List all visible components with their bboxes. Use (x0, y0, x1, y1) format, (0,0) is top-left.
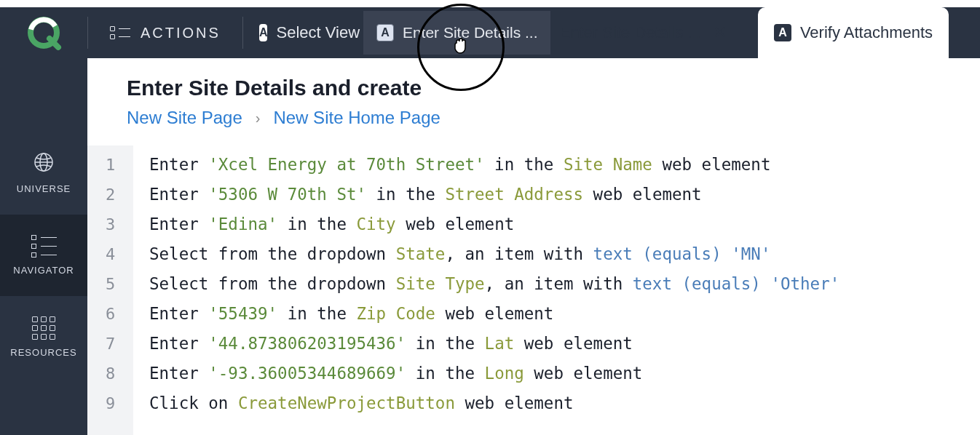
chevron-right-icon: › (256, 110, 261, 127)
breadcrumb-link[interactable]: New Site Page (127, 108, 242, 128)
line-number: 5 (87, 269, 133, 299)
code-line[interactable]: Enter '55439' in the Zip Code web elemen… (149, 299, 980, 329)
sidebar-item-label: RESOURCES (10, 347, 76, 358)
actions-label: ACTIONS (141, 25, 221, 41)
resources-icon (32, 316, 55, 340)
sidebar-item-resources[interactable]: RESOURCES (0, 296, 87, 378)
actions-button[interactable]: ACTIONS (88, 7, 242, 58)
tab-badge-icon: A (259, 24, 268, 41)
code-line[interactable]: Click on CreateNewProjectButton web elem… (149, 388, 980, 418)
line-number: 6 (87, 299, 133, 329)
tab-label: Enter Site Details ... (403, 24, 538, 41)
code-line[interactable]: Enter '44.873806203195436' in the Lat we… (149, 329, 980, 359)
tab-enter-site-details-dragging[interactable]: A Enter Site Details ... (363, 11, 551, 55)
sidebar-item-navigator[interactable]: NAVIGATOR (0, 215, 87, 296)
globe-icon (33, 151, 55, 176)
tab-select-view[interactable]: A Select View (243, 7, 363, 58)
close-icon[interactable]: ✕ (713, 23, 727, 43)
sidebar-item-universe[interactable]: UNIVERSE (0, 131, 87, 215)
page-title: Enter Site Details and create (127, 76, 980, 100)
code-line[interactable]: Select from the dropdown Site Type, an i… (149, 269, 980, 299)
navigator-icon (31, 235, 57, 258)
line-number: 8 (87, 359, 133, 388)
sidebar-item-label: NAVIGATOR (13, 265, 74, 276)
line-number: 9 (87, 388, 133, 418)
code-editor[interactable]: 123456789 Enter 'Xcel Energy at 70th Str… (87, 145, 980, 435)
sidebar: UNIVERSE NAVIGATOR RESOURCES (0, 58, 87, 435)
line-number-gutter: 123456789 (87, 145, 133, 435)
app-logo-icon[interactable] (25, 14, 63, 52)
tab-enter-site-details-active[interactable]: Enter Site Details ... ✕ (543, 7, 743, 58)
code-content[interactable]: Enter 'Xcel Energy at 70th Street' in th… (133, 145, 980, 435)
app-header: ACTIONS A Select View A Enter Site Detai… (0, 7, 980, 58)
line-number: 4 (87, 239, 133, 269)
tab-bar: A Select View A Enter Site Details ... E… (243, 7, 949, 58)
tab-badge-icon: A (774, 24, 791, 41)
code-line[interactable]: Enter 'Edina' in the City web element (149, 209, 980, 239)
line-number: 7 (87, 329, 133, 359)
code-line[interactable]: Select from the dropdown State, an item … (149, 239, 980, 269)
title-block: Enter Site Details and create New Site P… (87, 58, 980, 145)
main-content: Enter Site Details and create New Site P… (87, 58, 980, 435)
actions-icon (110, 26, 130, 39)
tab-label: Verify Attachments (800, 23, 933, 42)
breadcrumb-link[interactable]: New Site Home Page (273, 108, 440, 128)
tab-verify-attachments[interactable]: A Verify Attachments (758, 7, 949, 58)
tab-badge-icon: A (376, 24, 394, 41)
line-number: 1 (87, 150, 133, 180)
sidebar-item-label: UNIVERSE (17, 183, 71, 194)
line-number: 3 (87, 209, 133, 239)
breadcrumb: New Site Page › New Site Home Page (127, 108, 980, 128)
tab-label: Select View (276, 23, 360, 42)
code-line[interactable]: Enter '5306 W 70th St' in the Street Add… (149, 180, 980, 209)
code-line[interactable]: Enter 'Xcel Energy at 70th Street' in th… (149, 150, 980, 180)
code-line[interactable]: Enter '-93.36005344689669' in the Long w… (149, 359, 980, 388)
line-number: 2 (87, 180, 133, 209)
logo-area (0, 7, 87, 58)
tab-label: Enter Site Details ... (559, 23, 700, 42)
